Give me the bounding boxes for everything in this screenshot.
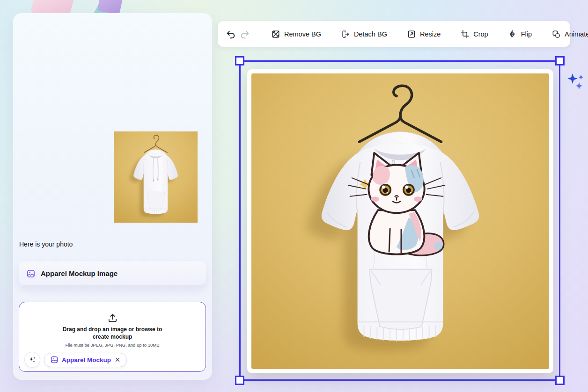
flip-label: Flip [521, 30, 532, 38]
chip-label: Apparel Mockup [62, 356, 111, 363]
resize-button[interactable]: Resize [407, 29, 441, 39]
attachment-label: Apparel Mockup Image [41, 269, 118, 277]
mockup-photo [251, 73, 549, 369]
ai-suggest-button[interactable] [24, 352, 40, 368]
canvas-image[interactable] [247, 69, 553, 373]
redo-button[interactable] [240, 27, 250, 41]
upload-title-line1: Drag and drop an image or browse to [19, 326, 206, 333]
detach-bg-button[interactable]: Detach BG [341, 29, 387, 39]
upload-title-line2: create mockup [19, 333, 206, 341]
resize-label: Resize [420, 30, 441, 38]
selection-handle-top-left[interactable] [235, 56, 244, 65]
upload-icon [107, 312, 118, 323]
sparkle-icon [29, 356, 37, 364]
crop-button[interactable]: Crop [460, 29, 488, 39]
image-icon [26, 269, 36, 278]
chat-panel: Here is your photo Apparel Mockup Image … [13, 13, 212, 380]
remove-bg-button[interactable]: Remove BG [271, 29, 321, 39]
flip-icon [508, 29, 517, 39]
animate-icon [551, 29, 561, 39]
detach-bg-label: Detach BG [354, 30, 387, 38]
chip-image-icon [50, 356, 59, 364]
undo-icon [226, 29, 236, 39]
sparkles-icon [566, 71, 585, 93]
attachment-card[interactable]: Apparel Mockup Image [19, 261, 206, 285]
upload-title: Drag and drop an image or browse to crea… [19, 326, 206, 341]
animate-button[interactable]: Animate [551, 29, 588, 39]
remove-bg-icon [271, 29, 280, 39]
selection-handle-bottom-right[interactable] [555, 376, 565, 385]
remove-bg-label: Remove BG [284, 30, 321, 38]
chat-message: Here is your photo [19, 240, 73, 248]
ai-sparkles-button[interactable] [566, 71, 585, 93]
animate-label: Animate [565, 30, 588, 38]
crop-icon [460, 29, 470, 39]
detach-bg-icon [341, 29, 350, 39]
redo-icon [240, 29, 250, 39]
app-window: Remove BG Detach BG Resize Crop [0, 0, 588, 392]
edit-toolbar: Remove BG Detach BG Resize Crop [218, 21, 570, 47]
undo-button[interactable] [226, 27, 236, 41]
photo-thumbnail[interactable] [114, 131, 198, 223]
crop-label: Crop [473, 30, 488, 38]
apparel-mockup-chip[interactable]: Apparel Mockup [44, 353, 127, 367]
upload-note: File must be JPEG, JPG, PNG, and up to 1… [19, 342, 206, 348]
selection-handle-top-right[interactable] [555, 56, 565, 65]
close-icon[interactable] [114, 356, 121, 363]
selection-handle-bottom-left[interactable] [235, 376, 244, 385]
resize-icon [407, 29, 416, 39]
upload-dropzone[interactable]: Drag and drop an image or browse to crea… [19, 302, 206, 372]
flip-button[interactable]: Flip [508, 29, 532, 39]
